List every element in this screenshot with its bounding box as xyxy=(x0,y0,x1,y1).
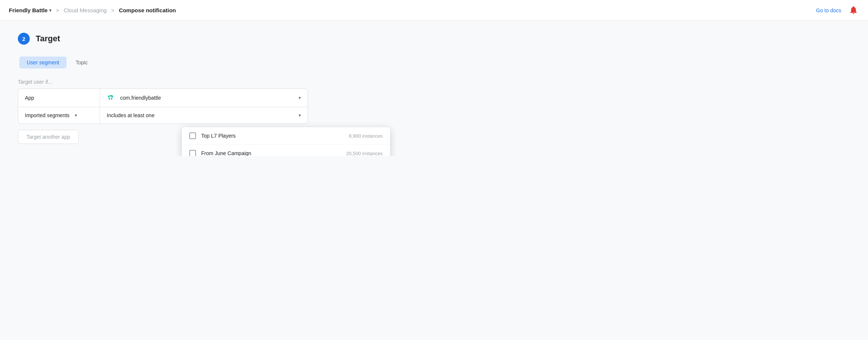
table-row: App com.friendlybattle ▾ xyxy=(18,89,308,107)
segment-dropdown-popup: Top L7 Players 8,900 instances From June… xyxy=(182,127,390,156)
app-dropdown-arrow-icon: ▾ xyxy=(299,95,301,100)
segment-count-top-l7: 8,900 instances xyxy=(349,133,383,139)
segment-name-top-l7: Top L7 Players xyxy=(201,133,344,139)
segment-table: App com.friendlybattle ▾ Imported segmen… xyxy=(18,89,308,124)
step-badge: 2 xyxy=(18,33,30,45)
app-value-text: com.friendlybattle xyxy=(120,95,161,101)
imported-segments-selector: Imported segments ▾ xyxy=(25,112,93,118)
segment-name-june-campaign: From June Campaign xyxy=(201,150,341,156)
breadcrumb: Friendly Battle ▾ > Cloud Messaging > Co… xyxy=(9,7,176,13)
checkbox-top-l7[interactable] xyxy=(189,132,196,139)
dropdown-icon: ▾ xyxy=(49,8,51,13)
app-label: App xyxy=(25,95,34,101)
includes-dropdown-arrow-icon: ▾ xyxy=(299,113,301,118)
segment-count-june-campaign: 20,500 instances xyxy=(346,151,383,156)
app-name-text: Friendly Battle xyxy=(9,7,48,13)
app-name[interactable]: Friendly Battle ▾ xyxy=(9,7,51,13)
current-page: Compose notification xyxy=(119,7,176,13)
tab-user-segment[interactable]: User segment xyxy=(19,57,67,68)
section-name: Cloud Messaging xyxy=(64,7,107,13)
imported-segments-value-cell[interactable]: Includes at least one ▾ xyxy=(100,107,308,124)
app-label-cell: App xyxy=(18,89,100,107)
imported-segments-label: Imported segments xyxy=(25,112,70,118)
checkbox-june-campaign[interactable] xyxy=(189,150,196,156)
topnav: Friendly Battle ▾ > Cloud Messaging > Co… xyxy=(0,0,868,21)
target-user-label: Target user if... xyxy=(18,79,428,85)
topnav-right: Go to docs xyxy=(816,5,859,16)
tab-topic[interactable]: Topic xyxy=(68,57,95,68)
notification-bell-icon[interactable] xyxy=(849,5,859,16)
android-icon xyxy=(107,94,114,102)
breadcrumb-arrow: > xyxy=(111,7,115,13)
list-item[interactable]: From June Campaign 20,500 instances xyxy=(182,145,390,156)
breadcrumb-separator: > xyxy=(56,7,59,13)
table-row: Imported segments ▾ Includes at least on… xyxy=(18,107,308,124)
app-value-cell[interactable]: com.friendlybattle ▾ xyxy=(100,89,308,107)
imported-segments-dropdown-arrow-icon: ▾ xyxy=(75,113,77,118)
imported-segments-label-cell[interactable]: Imported segments ▾ xyxy=(18,107,100,124)
step-title: Target xyxy=(36,34,60,44)
step-header: 2 Target xyxy=(18,33,428,45)
tab-row: User segment Topic xyxy=(19,57,428,68)
target-another-app-button[interactable]: Target another app xyxy=(18,130,79,144)
list-item[interactable]: Top L7 Players 8,900 instances xyxy=(182,127,390,145)
includes-at-least-one-text: Includes at least one xyxy=(107,112,154,118)
main-content: 2 Target User segment Topic Target user … xyxy=(0,21,446,156)
goto-docs-link[interactable]: Go to docs xyxy=(816,7,841,13)
